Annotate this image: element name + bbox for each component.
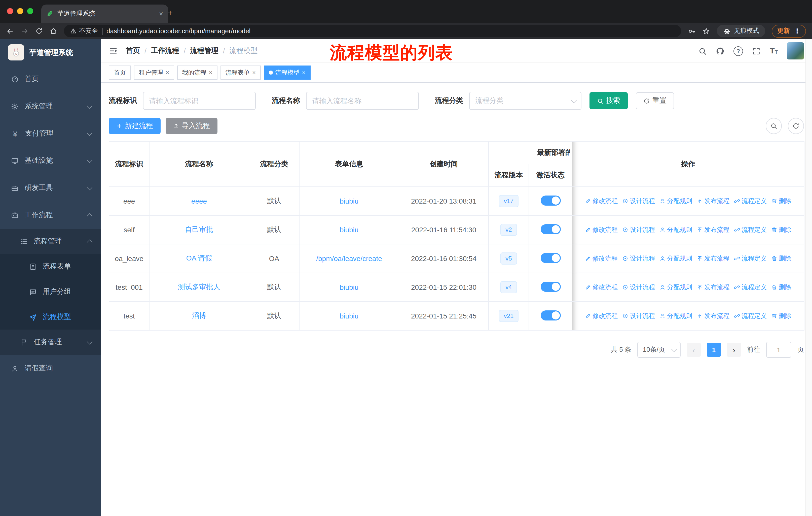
page-scrollbar[interactable] — [806, 39, 812, 516]
breadcrumb-workflow[interactable]: 工作流程 — [151, 46, 179, 55]
fullscreen-icon[interactable] — [752, 47, 761, 55]
assign-rule-link[interactable]: 分配规则 — [660, 225, 692, 234]
help-icon[interactable]: ? — [733, 46, 743, 56]
page-number-button[interactable]: 1 — [707, 343, 721, 357]
process-id-input[interactable] — [143, 92, 256, 110]
tag-home[interactable]: 首页 — [109, 65, 131, 80]
next-page-button[interactable]: › — [727, 343, 741, 357]
design-process-link[interactable]: 设计流程 — [622, 197, 655, 205]
sidebar-item-process-model[interactable]: 流程模型 — [0, 304, 101, 330]
reset-button[interactable]: 重置 — [636, 92, 674, 109]
menu-dots-icon[interactable]: ⋮ — [794, 27, 801, 35]
github-icon[interactable] — [716, 47, 724, 55]
publish-process-link[interactable]: 发布流程 — [697, 225, 729, 234]
sidebar-item-workflow[interactable]: 工作流程 — [0, 201, 101, 229]
site-security-label[interactable]: 不安全 — [70, 27, 98, 35]
page-size-select[interactable]: 10条/页 — [637, 342, 680, 358]
process-name-link[interactable]: OA 请假 — [186, 254, 212, 262]
form-info-link[interactable]: biubiu — [340, 197, 359, 205]
search-button[interactable]: 搜索 — [589, 92, 628, 109]
assign-rule-link[interactable]: 分配规则 — [660, 283, 692, 292]
form-info-link[interactable]: biubiu — [340, 226, 359, 234]
close-icon[interactable]: × — [252, 70, 256, 76]
assign-rule-link[interactable]: 分配规则 — [660, 312, 692, 320]
forward-icon[interactable] — [21, 27, 29, 35]
sidebar-item-process-form[interactable]: 流程表单 — [0, 254, 101, 279]
edit-process-link[interactable]: 修改流程 — [585, 312, 618, 320]
goto-page-input[interactable] — [766, 342, 791, 358]
breadcrumb-process-management[interactable]: 流程管理 — [190, 46, 219, 55]
new-tab-button[interactable]: + — [164, 7, 176, 19]
close-icon[interactable]: × — [209, 70, 212, 76]
active-toggle[interactable] — [541, 224, 560, 234]
reload-icon[interactable] — [35, 27, 43, 35]
design-process-link[interactable]: 设计流程 — [622, 283, 655, 292]
process-definition-link[interactable]: 流程定义 — [734, 283, 767, 292]
zoom-window-button[interactable] — [27, 8, 33, 14]
process-definition-link[interactable]: 流程定义 — [734, 312, 767, 320]
sidebar-item-system[interactable]: 系统管理 — [0, 93, 101, 120]
publish-process-link[interactable]: 发布流程 — [697, 312, 729, 320]
delete-link[interactable]: 删除 — [771, 197, 791, 205]
prev-page-button[interactable]: ‹ — [687, 343, 701, 357]
assign-rule-link[interactable]: 分配规则 — [660, 254, 692, 263]
design-process-link[interactable]: 设计流程 — [622, 254, 655, 263]
create-process-button[interactable]: 新建流程 — [109, 118, 161, 134]
process-name-input[interactable] — [306, 92, 419, 110]
font-size-icon[interactable]: TT — [770, 47, 778, 55]
tag-process-model[interactable]: 流程模型 × — [264, 65, 311, 80]
home-icon[interactable] — [49, 27, 57, 35]
active-toggle[interactable] — [541, 195, 560, 205]
active-toggle[interactable] — [541, 310, 560, 320]
browser-tab[interactable]: 芋道管理系统 × — [41, 4, 168, 23]
sidebar-item-task-management[interactable]: 任务管理 — [0, 330, 101, 355]
process-definition-link[interactable]: 流程定义 — [734, 225, 767, 234]
tag-tenant-management[interactable]: 租户管理 × — [134, 65, 174, 80]
address-bar[interactable]: 不安全 dashboard.yudao.iocoder.cn/bpm/manag… — [64, 25, 681, 37]
sidebar-item-home[interactable]: 首页 — [0, 65, 101, 93]
tag-process-form[interactable]: 流程表单 × — [221, 65, 261, 80]
process-name-link[interactable]: 测试多审批人 — [178, 283, 220, 291]
design-process-link[interactable]: 设计流程 — [622, 312, 655, 320]
form-info-link[interactable]: biubiu — [340, 312, 359, 320]
import-process-button[interactable]: 导入流程 — [166, 118, 218, 134]
active-toggle[interactable] — [541, 281, 560, 292]
delete-link[interactable]: 删除 — [771, 312, 791, 320]
process-category-select[interactable]: 流程分类 — [469, 92, 581, 110]
publish-process-link[interactable]: 发布流程 — [697, 254, 729, 263]
refresh-table-button[interactable] — [788, 118, 804, 134]
search-icon[interactable] — [698, 47, 707, 55]
assign-rule-link[interactable]: 分配规则 — [660, 197, 692, 205]
sidebar-item-user-group[interactable]: 用户分组 — [0, 279, 101, 304]
sidebar-collapse-icon[interactable] — [109, 46, 118, 55]
tab-close-icon[interactable]: × — [159, 10, 163, 17]
sidebar-item-leave-query[interactable]: 请假查询 — [0, 355, 101, 382]
delete-link[interactable]: 删除 — [771, 225, 791, 234]
design-process-link[interactable]: 设计流程 — [622, 225, 655, 234]
back-icon[interactable] — [6, 27, 14, 35]
password-key-icon[interactable] — [688, 27, 696, 35]
toggle-search-button[interactable] — [766, 118, 782, 134]
publish-process-link[interactable]: 发布流程 — [697, 197, 729, 205]
delete-link[interactable]: 删除 — [771, 254, 791, 263]
form-info-link[interactable]: biubiu — [340, 283, 359, 291]
process-name-link[interactable]: eeee — [191, 197, 207, 205]
close-window-button[interactable] — [7, 8, 13, 14]
browser-update-button[interactable]: 更新 ⋮ — [772, 24, 806, 37]
process-definition-link[interactable]: 流程定义 — [734, 197, 767, 205]
minimize-window-button[interactable] — [17, 8, 23, 14]
active-toggle[interactable] — [541, 253, 560, 263]
process-name-link[interactable]: 自己审批 — [185, 225, 213, 233]
close-icon[interactable]: × — [302, 70, 306, 76]
sidebar-item-process-management[interactable]: 流程管理 — [0, 229, 101, 254]
edit-process-link[interactable]: 修改流程 — [585, 254, 618, 263]
close-icon[interactable]: × — [166, 70, 169, 76]
delete-link[interactable]: 删除 — [771, 283, 791, 292]
edit-process-link[interactable]: 修改流程 — [585, 225, 618, 234]
tag-my-process[interactable]: 我的流程 × — [177, 65, 218, 80]
sidebar-item-devtools[interactable]: 研发工具 — [0, 174, 101, 201]
edit-process-link[interactable]: 修改流程 — [585, 197, 618, 205]
publish-process-link[interactable]: 发布流程 — [697, 283, 729, 292]
sidebar-item-infrastructure[interactable]: 基础设施 — [0, 147, 101, 174]
form-info-link[interactable]: /bpm/oa/leave/create — [316, 254, 382, 263]
